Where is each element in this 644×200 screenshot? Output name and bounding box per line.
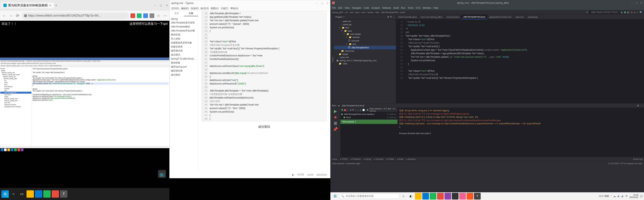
search-icon[interactable]: ○: [10, 190, 17, 198]
typora-icon[interactable]: T: [474, 193, 481, 200]
outline-item[interactable]: 成功测试: [170, 73, 198, 77]
wechat-icon[interactable]: [430, 193, 436, 200]
close-icon[interactable]: ✕: [166, 4, 168, 7]
typora-editor[interactable]: 1819202122232425262728293031323334353637…: [198, 11, 330, 171]
test-row[interactable]: JdbcTemplateTest (com.taotao.t2 s 125 ms: [341, 112, 397, 116]
expand-icon[interactable]: ⇲: [350, 109, 351, 111]
tree-item[interactable]: 📁target: [334, 53, 396, 56]
app-icon[interactable]: [437, 193, 444, 200]
extension-icon[interactable]: [137, 13, 142, 18]
outline-item[interactable]: 编写Spring.xml: [170, 65, 198, 69]
tab-files[interactable]: 文件: [170, 11, 184, 16]
forward-button[interactable]: →: [8, 13, 14, 18]
edge-icon[interactable]: [422, 193, 429, 200]
menu-item[interactable]: 文件(F): [171, 7, 179, 10]
app-icon[interactable]: [43, 190, 51, 198]
layout-icon[interactable]: ⊞: [334, 121, 337, 126]
menu-icon[interactable]: ⋯: [163, 13, 168, 18]
tree-item[interactable]: 📁com.taotao: [334, 32, 396, 36]
tray-chevron-icon[interactable]: ˄: [611, 195, 612, 198]
menu-item[interactable]: File: [332, 6, 336, 9]
editor-tab[interactable]: UserController.java: [396, 15, 419, 19]
minimize-icon[interactable]: ─: [316, 2, 318, 4]
outline-item[interactable]: 案例准备: [170, 61, 198, 65]
outline-item[interactable]: JdbcTemplate概述: [170, 25, 198, 29]
pip-icon[interactable]: 📺: [158, 170, 166, 178]
menu-item[interactable]: 格式(O): [200, 7, 209, 10]
test-row[interactable]: test22 s 125 ms: [341, 116, 397, 119]
tab-outline[interactable]: 大纲: [184, 11, 198, 16]
outline-item[interactable]: 编写测试类: [170, 69, 198, 73]
collapse-icon[interactable]: ⇱: [390, 16, 392, 18]
tree-item[interactable]: 📁java: [334, 29, 396, 32]
onedrive-icon[interactable]: ☁: [614, 195, 616, 198]
close-icon[interactable]: ✕: [640, 1, 642, 4]
app-icon[interactable]: [444, 193, 451, 200]
outline-item[interactable]: Spring产生JdbcTemplate对象: [170, 57, 198, 61]
profile-icon[interactable]: ◔: [630, 11, 632, 13]
menu-item[interactable]: 段落(P): [191, 7, 199, 10]
menu-item[interactable]: Analyze: [372, 6, 380, 9]
tree-item[interactable]: 📁resources: [334, 49, 396, 53]
ime-icon[interactable]: 中: [626, 195, 628, 198]
fail-filter-icon[interactable]: ⬤: [344, 109, 346, 111]
pass-filter-icon[interactable]: [342, 109, 343, 111]
editor-tab[interactable]: upload.jsp: [526, 15, 540, 19]
new-tab-button[interactable]: +: [55, 3, 57, 7]
outline-item[interactable]: 创建实体类: [170, 45, 198, 49]
export-icon[interactable]: ⤓: [360, 109, 361, 111]
outline-item[interactable]: 导入坐标: [170, 37, 198, 41]
menu-item[interactable]: VCS: [416, 6, 420, 9]
event-log-button[interactable]: Event Log: [633, 158, 642, 160]
menu-item[interactable]: Window: [423, 6, 431, 9]
pin-icon[interactable]: 📌: [333, 127, 338, 132]
prev-icon[interactable]: ↑: [355, 109, 356, 111]
close-icon[interactable]: ✕: [326, 2, 328, 4]
tool-window-button[interactable]: ▸ Terminal: [374, 158, 383, 160]
git-update-icon[interactable]: ↙: [636, 11, 638, 13]
tree-item[interactable]: ⒸJdbcTemplateTest: [334, 46, 396, 49]
menu-item[interactable]: 视图(V): [211, 7, 218, 10]
run-icon[interactable]: ▶: [621, 11, 623, 13]
menu-item[interactable]: 帮助(H): [230, 7, 238, 10]
outline-item[interactable]: JdbcTemplate基本使用: [170, 21, 198, 25]
menu-item[interactable]: Tools: [408, 6, 413, 9]
tree-item[interactable]: 📁domain: [334, 36, 396, 39]
address-bar[interactable]: https://www.bilibili.com/video/BV1WZ4y1P…: [22, 12, 129, 19]
menu-item[interactable]: Build: [394, 6, 399, 9]
coverage-icon[interactable]: ◧: [627, 11, 629, 13]
typora-icon[interactable]: T: [60, 190, 68, 198]
menu-item[interactable]: Run: [401, 6, 405, 9]
breadcrumb-path[interactable]: spring_jdbc › src › test › java › com › …: [332, 11, 405, 13]
refresh-button[interactable]: ⟳: [15, 13, 20, 18]
outline-item[interactable]: 案例实现: [170, 33, 198, 37]
next-icon[interactable]: ↓: [357, 109, 358, 111]
tool-window-button[interactable]: ▸ Run: [332, 158, 337, 160]
menu-item[interactable]: 主题(T): [220, 7, 228, 10]
tree-item[interactable]: ▫pom.xml: [334, 56, 396, 59]
menu-item[interactable]: Code: [364, 6, 369, 9]
explorer-icon[interactable]: [26, 190, 34, 198]
rerun-icon[interactable]: ▶: [334, 109, 337, 113]
start-button[interactable]: ⊞: [332, 193, 338, 200]
test-tree[interactable]: JdbcTemplateTest (com.taotao.t2 s 125 ms…: [340, 112, 397, 119]
tree-item[interactable]: 📁test: [334, 26, 396, 29]
tool-window-button[interactable]: ▸ Problems: [351, 158, 361, 160]
menu-item[interactable]: Help: [433, 6, 438, 9]
edge-icon[interactable]: [35, 190, 42, 198]
tree-item[interactable]: ⒸAccount: [334, 39, 396, 42]
close-tab-icon[interactable]: ✕: [49, 4, 52, 7]
tree-item[interactable]: 📁test: [334, 42, 396, 46]
project-tool-button[interactable]: Project: [332, 57, 334, 63]
taskbar-clock[interactable]: 15:29 2022/4/22: [630, 194, 638, 199]
explorer-icon[interactable]: [415, 193, 422, 200]
run-target[interactable]: JdbcTemplateTest.test2: [342, 104, 364, 107]
stop-icon[interactable]: ■: [634, 11, 635, 13]
outline-item[interactable]: 编写测试类: [170, 49, 198, 53]
tool-window-button[interactable]: ▸ TODO: [340, 158, 348, 160]
outline-item[interactable]: 成功测试: [170, 53, 198, 57]
taskbar-search[interactable]: 🔍 在这里输入你要搜索的内容: [339, 194, 400, 199]
favorites-icon[interactable]: ☆: [156, 13, 161, 18]
tree-item[interactable]: ▫web.xml: [334, 20, 396, 23]
tool-window-button[interactable]: ▸ Build: [397, 158, 403, 160]
